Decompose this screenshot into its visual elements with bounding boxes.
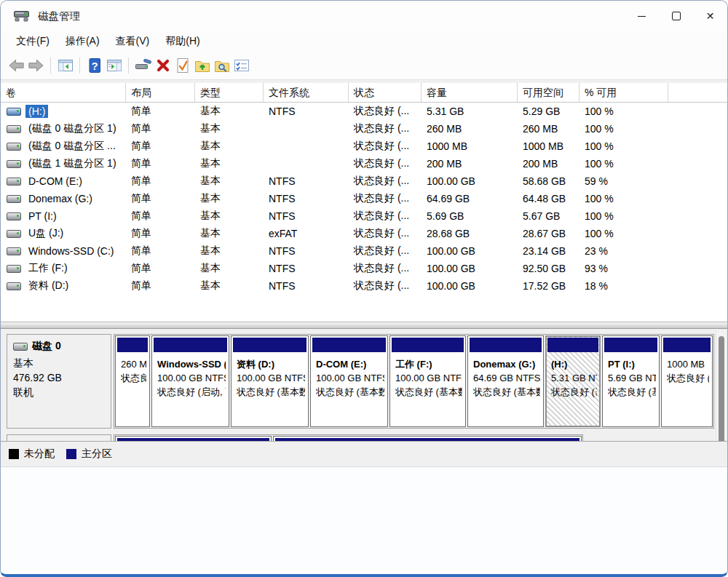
- status-cell: 状态良好 (...: [349, 210, 422, 223]
- menu-item-2[interactable]: 查看(V): [108, 33, 158, 50]
- pct-cell: 100 %: [579, 193, 668, 204]
- partition[interactable]: 1000 MB状态良好 (恢复分区): [661, 335, 713, 427]
- column-header-2[interactable]: 类型: [195, 83, 264, 102]
- free-cell: 28.67 GB: [518, 228, 579, 239]
- vertical-scrollbar[interactable]: [716, 330, 727, 439]
- partition-body: PT (I:)5.69 GB NTFS状态良好 (基本数据分区): [604, 352, 657, 399]
- capacity-cell: 100.00 GB: [422, 175, 518, 187]
- table-row[interactable]: PT (I:)简单基本NTFS状态良好 (...5.69 GB5.67 GB10…: [1, 207, 727, 225]
- disk-name: 磁盘 0: [13, 340, 105, 353]
- layout-cell: 简单: [126, 105, 195, 118]
- table-header: 卷布局类型文件系统状态容量可用空间% 可用: [1, 83, 727, 103]
- partition[interactable]: Donemax (G:)64.69 GB NTFS状态良好 (基本数据分区): [467, 335, 544, 427]
- layout-cell: 简单: [126, 157, 195, 170]
- table-row[interactable]: 资料 (D:)简单基本NTFS状态良好 (...100.00 GB17.52 G…: [1, 277, 727, 295]
- legend-bar: 未分配主分区: [1, 441, 727, 466]
- partition-color-bar: [154, 338, 227, 352]
- partition[interactable]: D-COM (E:)100.00 GB NTFS状态良好 (基本数据分区): [310, 335, 388, 427]
- back-icon[interactable]: [7, 56, 26, 76]
- disk-info[interactable]: 磁盘 0基本476.92 GB联机: [7, 334, 111, 429]
- menu-item-0[interactable]: 文件(F): [8, 33, 58, 50]
- table-row[interactable]: Donemax (G:)简单基本NTFS状态良好 (...64.69 GB64.…: [1, 190, 727, 207]
- disk-info[interactable]: 磁盘 1可移动28.88 GB联机: [7, 434, 111, 441]
- table-row[interactable]: D-COM (E:)简单基本NTFS状态良好 (...100.00 GB58.6…: [1, 172, 727, 190]
- partition-size: 100.00 GB NTFS: [237, 371, 305, 385]
- volume-label: 工作 (F:): [25, 261, 71, 276]
- partition[interactable]: (H:)5.31 GB NTFS状态良好 (基本数据分区): [545, 335, 601, 427]
- fs-cell: NTFS: [264, 175, 349, 187]
- volume-label: (H:): [25, 105, 48, 118]
- fs-cell: exFAT: [264, 228, 349, 239]
- partition-color-bar: [663, 338, 711, 352]
- status-cell: 状态良好 (...: [349, 192, 422, 205]
- table-row[interactable]: (磁盘 0 磁盘分区 ...简单基本状态良好 (...1000 MB1000 M…: [1, 138, 727, 155]
- type-cell: 基本: [195, 279, 264, 293]
- legend-label: 主分区: [82, 447, 112, 461]
- partition[interactable]: U盘 (J:)28.68 GB exFAT状态良好 (基本数据分区): [273, 436, 582, 441]
- partition[interactable]: 260 MB状态良好 (EFI 系统分区): [115, 335, 150, 427]
- console-tree-icon[interactable]: [55, 56, 75, 76]
- volume-label: D-COM (E:): [25, 175, 85, 188]
- layout-cell: 简单: [126, 279, 195, 293]
- forward-icon[interactable]: [26, 56, 46, 76]
- scrollbar-thumb[interactable]: [719, 336, 724, 441]
- free-cell: 17.52 GB: [518, 280, 579, 292]
- partition-body: 工作 (F:)100.00 GB NTFS状态良好 (基本数据分区): [392, 352, 464, 399]
- close-button[interactable]: ✕: [693, 1, 727, 31]
- help-icon[interactable]: ?: [84, 56, 104, 76]
- partition-color-bar: [117, 338, 148, 352]
- partition-body: D-COM (E:)100.00 GB NTFS状态良好 (基本数据分区): [312, 352, 386, 399]
- status-cell: 状态良好 (...: [349, 244, 422, 258]
- column-header-1[interactable]: 布局: [126, 83, 195, 102]
- partition-status: 状态良好 (基本数据分区): [395, 385, 462, 399]
- maximize-button[interactable]: [659, 1, 693, 31]
- volume-label: (磁盘 0 磁盘分区 1): [25, 122, 119, 136]
- partition-status: 状态良好 (基本数据分区): [551, 385, 597, 399]
- menu-item-1[interactable]: 操作(A): [58, 33, 108, 50]
- partition-status: 状态良好 (基本数据分区): [608, 385, 656, 399]
- pct-cell: 100 %: [579, 123, 668, 135]
- column-header-0[interactable]: 卷: [1, 83, 126, 102]
- pct-cell: 23 %: [579, 245, 668, 257]
- folder-search-icon[interactable]: [212, 56, 232, 76]
- pane-splitter[interactable]: [1, 322, 727, 329]
- drive-icon: [7, 108, 21, 116]
- volume-cell: PT (I:): [1, 210, 126, 223]
- partition[interactable]: 工作 (F:)100.00 GB NTFS状态良好 (基本数据分区): [389, 335, 466, 427]
- partition[interactable]: 资料 (D:)100.00 GB NTFS状态良好 (基本数据分区): [231, 335, 309, 427]
- column-header-3[interactable]: 文件系统: [264, 83, 349, 102]
- capacity-cell: 5.31 GB: [422, 106, 518, 117]
- status-cell: 状态良好 (...: [349, 175, 422, 188]
- table-row[interactable]: (磁盘 0 磁盘分区 1)简单基本状态良好 (...260 MB260 MB10…: [1, 120, 727, 138]
- partition[interactable]: PT (I:)5.69 GB NTFS状态良好 (基本数据分区): [602, 335, 660, 427]
- menu-item-3[interactable]: 帮助(H): [157, 33, 207, 50]
- task-list-icon[interactable]: [232, 56, 251, 76]
- action-pane-icon[interactable]: [104, 56, 124, 76]
- volume-label: Windows-SSD (C:): [25, 244, 116, 258]
- column-header-6[interactable]: 可用空间: [518, 83, 579, 102]
- volume-cell: 工作 (F:): [1, 261, 126, 276]
- menu-bar: 文件(F)操作(A)查看(V)帮助(H): [1, 31, 727, 52]
- table-row[interactable]: (H:)简单基本NTFS状态良好 (...5.31 GB5.29 GB100 %: [1, 103, 727, 120]
- check-document-icon[interactable]: [173, 56, 192, 76]
- table-row[interactable]: 工作 (F:)简单基本NTFS状态良好 (...100.00 GB92.50 G…: [1, 260, 727, 277]
- column-header-5[interactable]: 容量: [422, 83, 518, 102]
- minimize-button[interactable]: [625, 1, 659, 31]
- partition[interactable]: Windows-SSD (C:)100.00 GB NTFS状态良好 (启动, …: [151, 335, 229, 427]
- layout-cell: 简单: [126, 140, 195, 153]
- type-cell: 基本: [195, 262, 264, 275]
- status-cell: 状态良好 (...: [349, 105, 422, 118]
- disk-tool-icon[interactable]: [133, 56, 153, 76]
- folder-up-icon[interactable]: [192, 56, 212, 76]
- delete-volume-icon[interactable]: [153, 56, 173, 76]
- column-header-4[interactable]: 状态: [349, 83, 422, 102]
- partition-body: (H:)5.31 GB NTFS状态良好 (基本数据分区): [547, 352, 598, 399]
- table-row[interactable]: Windows-SSD (C:)简单基本NTFS状态良好 (...100.00 …: [1, 242, 727, 260]
- table-row[interactable]: (磁盘 1 磁盘分区 1)简单基本状态良好 (...200 MB200 MB10…: [1, 155, 727, 172]
- disk-size: 476.92 GB: [13, 370, 105, 385]
- volume-label: Donemax (G:): [25, 192, 95, 205]
- partition-name: 资料 (D:): [237, 357, 305, 371]
- table-row[interactable]: U盘 (J:)简单基本exFAT状态良好 (...28.68 GB28.67 G…: [1, 225, 727, 242]
- column-header-7[interactable]: % 可用: [579, 83, 668, 102]
- partition[interactable]: 200 MB状态良好 (EFI 系统分区): [115, 436, 272, 441]
